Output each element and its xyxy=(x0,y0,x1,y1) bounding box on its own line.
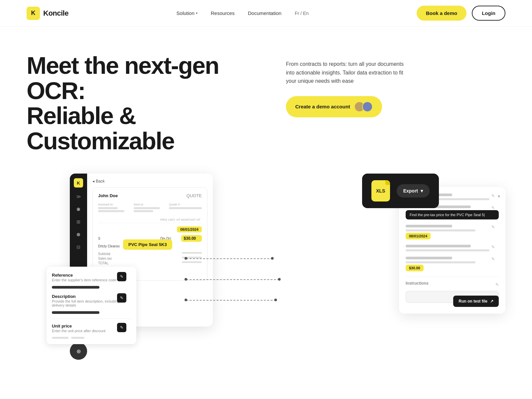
instructions-edit-icon[interactable]: ✎ xyxy=(495,282,499,287)
logo-area: K Koncile xyxy=(27,7,68,20)
extract-value-bar-4 xyxy=(406,249,489,251)
login-button[interactable]: Login xyxy=(472,6,505,21)
hero-title-area: Meet the next-gen OCR: Reliable & Custom… xyxy=(27,53,259,154)
create-demo-button[interactable]: Create a demo account xyxy=(286,96,382,117)
logo-name: Koncile xyxy=(43,9,68,18)
field-sent-to: Sent to: xyxy=(134,203,167,212)
extract-row-4: ✎ xyxy=(406,245,499,251)
run-icon: ↗ xyxy=(490,299,493,304)
quote-header: John Doe QUOTE xyxy=(98,193,202,198)
hero-description: From contracts to reports: turn all your… xyxy=(286,60,412,85)
sidebar-file-icon[interactable]: ⊟ xyxy=(75,243,82,251)
unit-price-edit-icon[interactable]: ✎ xyxy=(117,323,126,332)
description-input-bar xyxy=(52,311,99,314)
quote-type-label: QUOTE xyxy=(187,193,202,198)
extract-edit-icon-2[interactable]: ✎ xyxy=(491,205,499,213)
field-bar xyxy=(134,210,153,212)
export-card: XLS Export ▾ xyxy=(362,174,439,208)
nav-solution[interactable]: Solution ▾ xyxy=(177,10,198,16)
sidebar-table-icon[interactable]: ⊞ xyxy=(75,218,82,225)
extract-label-bar-4 xyxy=(406,245,471,247)
hero-title: Meet the next-gen OCR: Reliable & Custom… xyxy=(27,53,259,154)
subtotal-bar xyxy=(182,252,202,254)
total-row: TOTAL xyxy=(98,261,202,265)
connector-dot-5 xyxy=(278,278,281,281)
sidebar-expand-icon[interactable]: ≫ xyxy=(75,193,82,200)
field-bar xyxy=(134,207,160,209)
navbar-actions: Book a demo Login xyxy=(417,6,505,21)
field-quote-num: Quote #: xyxy=(169,203,202,212)
quote-fields: Invoiced to: Sent to: Quote #: xyxy=(98,203,202,212)
showcase-area: XLS Export ▾ K ≫ ⊕ ⊞ ⊛ ⊟ ◂ Back John Doe xyxy=(27,174,505,360)
connector-dot-4 xyxy=(271,257,274,260)
connector-line-2 xyxy=(186,279,279,280)
connector-line-3 xyxy=(186,300,276,301)
extract-label-bar-3 xyxy=(406,225,452,227)
bottom-nav-icon[interactable]: ⊛ xyxy=(70,342,87,360)
chevron-down-icon: ▾ xyxy=(196,11,198,15)
unit-price-bar xyxy=(52,337,68,339)
field-bar xyxy=(98,210,124,212)
connector-dot-6 xyxy=(274,299,277,301)
reference-input-bar xyxy=(52,286,99,289)
quote-row: 08/01/2024 xyxy=(98,225,202,234)
nav-links: Solution ▾ Resources Documentation Fr / … xyxy=(177,10,309,16)
hero-section: Meet the next-gen OCR: Reliable & Custom… xyxy=(0,27,532,174)
subtotal-row: Subtotal xyxy=(98,252,202,256)
nav-documentation[interactable]: Documentation xyxy=(248,10,281,16)
reference-edit-icon[interactable]: ✎ xyxy=(117,272,126,281)
avatar xyxy=(362,101,373,112)
reference-title: Reference xyxy=(52,273,73,278)
connector-line-1 xyxy=(186,258,273,259)
xls-icon: XLS xyxy=(371,180,390,201)
sidebar-search-icon[interactable]: ⊕ xyxy=(75,205,82,213)
instructions-title: Instructions xyxy=(406,281,429,286)
price-badge: $30.00 xyxy=(181,235,202,242)
extract-query-box: Find the pre-tax price for the PVC Pipe … xyxy=(406,210,499,219)
description-title: Description xyxy=(52,294,76,299)
back-button[interactable]: ◂ Back xyxy=(92,179,207,184)
extract-price-badge: $30.00 xyxy=(406,265,424,271)
date-badge: 08/01/2024 xyxy=(177,226,202,232)
nav-resources[interactable]: Resources xyxy=(211,10,235,16)
field-invoiced-to: Invoiced to: xyxy=(98,203,131,212)
unit-price-title: Unit price xyxy=(52,324,72,329)
product-label: PVC Pipe Seal 5K3 xyxy=(123,239,172,250)
logo-icon[interactable]: K xyxy=(27,7,40,20)
unit-price-section: Unit price ✎ Enter the unit price after … xyxy=(52,319,131,339)
export-button[interactable]: Export ▾ xyxy=(397,184,430,198)
extract-edit-icon-1[interactable]: ✎ xyxy=(491,194,499,201)
quote-table-header: PRIX UNIT. HT MONTANT HT xyxy=(98,217,202,223)
extract-date-badge: 08/01/2024 xyxy=(406,233,431,239)
book-demo-button[interactable]: Book a demo xyxy=(417,6,466,21)
field-bar xyxy=(98,207,118,209)
extract-row-3: 08/01/2024 ✎ xyxy=(406,225,499,239)
chevron-down-icon: ▾ xyxy=(421,188,423,194)
extract-row-5: $30.00 ✎ xyxy=(406,257,499,271)
reference-panel: Reference ✎ Enter the supplier's item re… xyxy=(47,267,136,344)
extract-label-bar-5 xyxy=(406,257,452,259)
quote-customer-name: John Doe xyxy=(98,193,118,198)
extract-value-bar-5 xyxy=(406,261,475,263)
unit-price-bar-2 xyxy=(71,337,84,339)
total-bar xyxy=(182,261,202,263)
extract-edit-icon-5[interactable]: ✎ xyxy=(491,257,499,264)
description-section: Description ✎ Provide the full item desc… xyxy=(52,293,131,314)
extract-edit-icon-3[interactable]: ✎ xyxy=(491,225,499,232)
sidebar-person-icon[interactable]: ⊛ xyxy=(75,231,82,238)
field-bar xyxy=(169,207,202,209)
hero-right: From contracts to reports: turn all your… xyxy=(286,53,426,117)
avatar-group xyxy=(354,101,373,112)
extract-value-bar-3 xyxy=(406,229,475,231)
lang-switcher[interactable]: Fr / En xyxy=(295,11,309,16)
description-edit-icon[interactable]: ✎ xyxy=(117,293,126,303)
sidebar-logo: K xyxy=(74,178,83,188)
extract-edit-icon-4[interactable]: ✎ xyxy=(491,245,499,252)
navbar: K Koncile Solution ▾ Resources Documenta… xyxy=(0,0,532,27)
run-test-file-button[interactable]: Run on test file ↗ xyxy=(453,296,499,307)
